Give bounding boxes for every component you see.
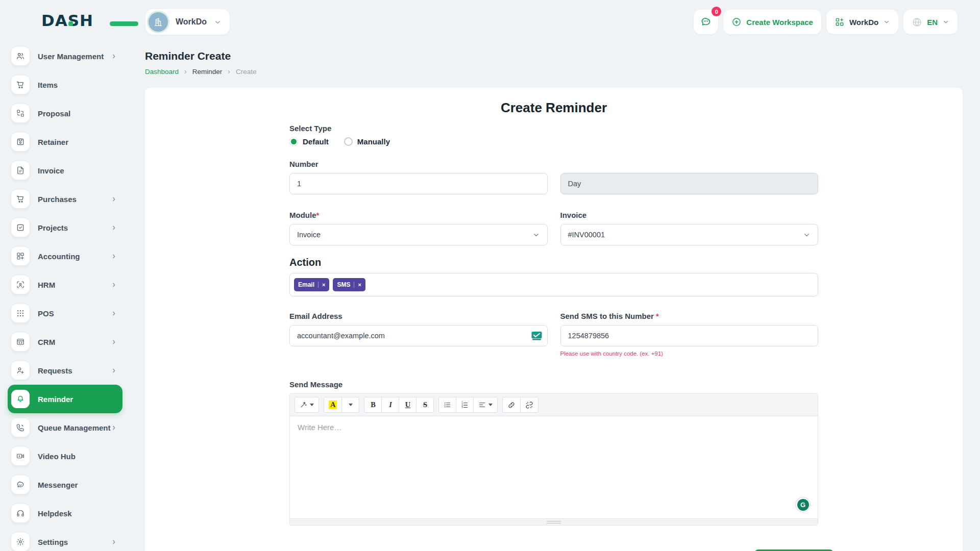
caret-down-icon [310, 404, 314, 406]
insert-link-button[interactable] [502, 397, 521, 413]
sidebar-item-reminder[interactable]: Reminder [8, 385, 122, 413]
font-color-button[interactable]: A [324, 397, 342, 413]
sidebar-item-pos[interactable]: POS [8, 299, 122, 328]
italic-button[interactable]: I [381, 397, 399, 413]
email-input[interactable] [289, 325, 548, 346]
radio-default[interactable]: Default [289, 137, 329, 146]
sidebar-menu: User Management Items Proposal Reta [0, 42, 135, 551]
chevron-right-icon [111, 339, 117, 345]
tag-remove-icon[interactable]: × [322, 282, 325, 288]
required-asterisk: * [656, 312, 659, 320]
radio-manually[interactable]: Manually [344, 137, 390, 146]
sidebar-item-user-management[interactable]: User Management [8, 42, 122, 70]
invoice-select[interactable]: #INV00001 [560, 224, 819, 245]
sidebar-item-accounting[interactable]: Accounting [8, 242, 122, 270]
invoice-select-value: #INV00001 [568, 231, 605, 239]
required-asterisk: * [316, 211, 320, 219]
strikethrough-button[interactable]: S [416, 397, 434, 413]
sidebar-item-label: Invoice [38, 166, 64, 175]
module-select[interactable]: Invoice [289, 224, 548, 245]
chat-bubble-icon [11, 475, 30, 494]
rich-text-editor: A B I U S [289, 393, 818, 525]
sms-label: Send SMS to this Number * [560, 312, 819, 320]
sidebar-item-settings[interactable]: Settings [8, 528, 122, 551]
radio-checked-icon[interactable] [289, 137, 298, 146]
sms-input[interactable] [560, 325, 819, 346]
magic-wand-icon [300, 401, 307, 409]
chevron-right-icon [111, 253, 117, 260]
grid-plus-icon [835, 17, 845, 27]
dots-grid-icon [11, 304, 30, 322]
topbar-actions: 0 Create Workspace WorkDo EN [694, 10, 958, 34]
radio-unchecked-icon[interactable] [344, 137, 353, 146]
user-plus-icon [11, 361, 30, 380]
form-title: Create Reminder [289, 100, 818, 116]
globe-icon [912, 17, 922, 28]
sidebar-item-messenger[interactable]: Messenger [8, 470, 122, 499]
unordered-list-button[interactable] [438, 397, 456, 413]
breadcrumb-dashboard[interactable]: Dashboard [145, 68, 179, 76]
action-tag-sms: SMS × [333, 278, 365, 291]
font-color-icon: A [329, 400, 337, 409]
editor-resize-bar[interactable] [290, 518, 818, 525]
sidebar-item-invoice[interactable]: Invoice [8, 156, 122, 185]
workspace-selector[interactable]: WorkDo [145, 9, 230, 35]
logo-dot-accent [68, 21, 73, 26]
checkbox-icon [11, 218, 30, 237]
grammarly-icon[interactable]: G [795, 497, 811, 512]
create-workspace-button[interactable]: Create Workspace [723, 10, 821, 34]
brand-logo[interactable]: DASH [34, 11, 135, 35]
notifications-button[interactable]: 0 [694, 10, 718, 34]
action-multiselect[interactable]: Email × SMS × [289, 273, 818, 296]
module-label: Module* [289, 211, 548, 219]
language-label: EN [927, 18, 938, 27]
sidebar: DASH User Management Items [0, 0, 135, 551]
app-switcher-button[interactable]: WorkDo [826, 10, 898, 34]
sms-field-group: Send SMS to this Number * Please use wit… [560, 312, 819, 357]
sidebar-item-helpdesk[interactable]: Helpdesk [8, 499, 122, 528]
sidebar-item-items[interactable]: Items [8, 70, 122, 99]
sidebar-item-retainer[interactable]: Retainer [8, 128, 122, 156]
editor-toolbar: A B I U S [290, 394, 818, 416]
swap-boxes-icon [11, 104, 30, 122]
sidebar-item-purchases[interactable]: Purchases [8, 185, 122, 213]
bold-button[interactable]: B [364, 397, 382, 413]
font-color-caret-button[interactable] [341, 397, 359, 413]
paragraph-align-button[interactable] [473, 397, 498, 413]
language-selector[interactable]: EN [903, 10, 958, 34]
magic-style-button[interactable] [295, 397, 319, 413]
breadcrumb-current: Create [236, 68, 257, 76]
underline-button[interactable]: U [399, 397, 416, 413]
tag-remove-icon[interactable]: × [358, 282, 361, 288]
action-tag-email: Email × [294, 278, 329, 291]
tag-label: SMS [337, 281, 350, 288]
sidebar-item-video-hub[interactable]: Video Hub [8, 442, 122, 470]
unit-field-group: Day [560, 160, 819, 194]
app-root: DASH User Management Items [0, 0, 980, 551]
tag-divider [318, 282, 318, 288]
sidebar-item-queue-management[interactable]: Queue Management [8, 413, 122, 442]
resize-handle-icon [547, 521, 561, 523]
phone-call-icon [11, 418, 30, 437]
sidebar-item-label: Projects [38, 223, 68, 232]
sidebar-item-crm[interactable]: CRM [8, 328, 122, 356]
invoice-field-group: Invoice #INV00001 [560, 211, 819, 245]
sidebar-item-hrm[interactable]: HRM [8, 270, 122, 299]
editor-textarea[interactable]: Write Here… G [290, 416, 818, 518]
app-switcher-label: WorkDo [849, 18, 878, 27]
sidebar-item-requests[interactable]: Requests [8, 356, 122, 385]
save-icon [11, 133, 30, 151]
sidebar-item-label: Retainer [38, 138, 68, 146]
sidebar-item-label: Purchases [38, 195, 77, 204]
unlink-button[interactable] [520, 397, 538, 413]
sidebar-item-proposal[interactable]: Proposal [8, 99, 122, 128]
sidebar-item-label: Video Hub [38, 452, 76, 461]
caret-down-icon [349, 404, 353, 406]
sidebar-item-label: POS [38, 309, 54, 318]
breadcrumb-reminder[interactable]: Reminder [192, 68, 223, 76]
chevron-right-icon [111, 367, 117, 374]
sidebar-item-projects[interactable]: Projects [8, 213, 122, 242]
number-input[interactable] [289, 173, 548, 194]
unordered-list-icon [444, 401, 451, 409]
ordered-list-button[interactable]: 123 [456, 397, 474, 413]
